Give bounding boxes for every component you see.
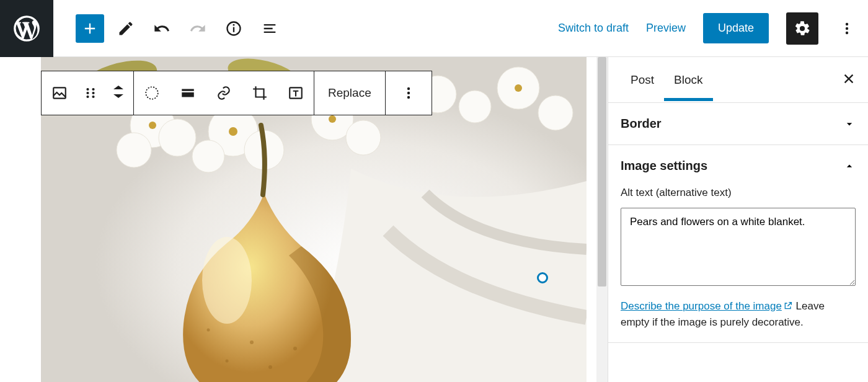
chevron-down-icon [113, 94, 123, 100]
info-icon [225, 20, 242, 37]
alt-text-label: Alt text (alternative text) [621, 187, 856, 199]
options-button[interactable] [836, 14, 858, 43]
svg-point-25 [515, 84, 522, 92]
settings-sidebar: Post Block Border Image settings Alt tex… [608, 57, 868, 382]
svg-point-5 [846, 31, 848, 33]
list-view-icon [261, 20, 278, 37]
replace-button[interactable]: Replace [314, 71, 385, 115]
svg-point-26 [202, 237, 252, 324]
svg-point-27 [250, 340, 254, 344]
tab-post[interactable]: Post [621, 60, 664, 100]
drag-handle[interactable] [78, 71, 104, 115]
svg-point-34 [92, 88, 94, 91]
svg-point-33 [86, 88, 89, 91]
svg-point-39 [146, 87, 158, 99]
editor-top-bar: Switch to draft Preview Update [0, 0, 868, 57]
list-view-button[interactable] [255, 14, 284, 43]
link-icon [216, 85, 232, 101]
link-button[interactable] [206, 71, 242, 115]
gear-icon [794, 20, 811, 37]
svg-point-21 [538, 96, 573, 130]
alt-text-input[interactable] [621, 208, 856, 286]
image-resize-handle[interactable] [537, 272, 548, 283]
settings-button[interactable] [786, 12, 818, 45]
tab-block[interactable]: Block [664, 60, 712, 100]
svg-point-44 [407, 92, 410, 94]
svg-point-31 [207, 329, 210, 332]
undo-icon [153, 20, 170, 37]
svg-point-22 [149, 122, 156, 129]
redo-icon [189, 20, 206, 37]
chevron-up-icon [843, 160, 856, 172]
publish-tools: Switch to draft Preview Update [558, 12, 868, 45]
align-wide-icon [180, 85, 196, 101]
close-sidebar-button[interactable] [842, 72, 856, 86]
undo-button[interactable] [148, 14, 176, 43]
sidebar-tabs: Post Block [608, 57, 868, 103]
svg-rect-41 [182, 92, 194, 97]
block-more-options-button[interactable] [386, 71, 432, 115]
wordpress-logo[interactable] [0, 0, 53, 57]
panel-image-settings: Image settings Alt text (alternative tex… [608, 145, 868, 343]
align-button[interactable] [134, 71, 170, 115]
svg-point-29 [226, 360, 229, 363]
document-tools [53, 14, 284, 43]
block-mover[interactable] [104, 71, 133, 115]
panel-image-settings-toggle[interactable]: Image settings [608, 145, 868, 187]
text-overlay-button[interactable] [278, 71, 314, 115]
close-icon [842, 72, 856, 86]
panel-image-settings-body: Alt text (alternative text) Describe the… [608, 187, 868, 342]
pencil-icon [117, 20, 135, 37]
svg-rect-40 [182, 89, 194, 91]
wide-width-button[interactable] [170, 71, 206, 115]
svg-point-30 [293, 347, 297, 350]
switch-to-draft-button[interactable]: Switch to draft [558, 22, 629, 35]
alt-text-help: Describe the purpose of the image Leave … [621, 298, 856, 330]
details-button[interactable] [219, 14, 248, 43]
update-button[interactable]: Update [703, 13, 769, 43]
svg-point-19 [459, 91, 491, 123]
svg-point-17 [346, 120, 381, 155]
chevron-up-icon [113, 86, 123, 92]
crop-icon [252, 85, 268, 101]
crop-button[interactable] [242, 71, 278, 115]
svg-point-4 [846, 27, 848, 29]
add-block-button[interactable] [76, 14, 104, 43]
panel-image-settings-title: Image settings [621, 159, 707, 173]
plus-icon [81, 20, 99, 37]
svg-point-15 [192, 140, 224, 172]
svg-point-37 [86, 96, 89, 98]
svg-point-35 [86, 92, 89, 94]
svg-point-11 [159, 119, 196, 156]
svg-point-2 [233, 24, 235, 25]
svg-point-23 [229, 127, 237, 136]
svg-point-36 [92, 92, 94, 94]
chevron-down-icon [843, 118, 856, 130]
external-link-icon [783, 301, 793, 311]
panel-border: Border [608, 103, 868, 145]
canvas-scrollbar-track[interactable] [596, 57, 608, 382]
image-icon [51, 85, 68, 101]
editor-canvas-region: Replace [0, 57, 608, 382]
svg-point-12 [117, 133, 151, 167]
canvas-scrollbar-thumb[interactable] [598, 57, 606, 286]
svg-point-24 [329, 115, 336, 123]
text-over-image-icon [288, 85, 304, 101]
svg-point-28 [268, 365, 272, 369]
svg-point-38 [92, 96, 94, 98]
preview-button[interactable]: Preview [646, 22, 686, 35]
align-none-icon [144, 85, 160, 101]
panel-border-toggle[interactable]: Border [608, 103, 868, 144]
redo-button [184, 14, 212, 43]
block-type-button[interactable] [42, 71, 78, 115]
svg-point-3 [846, 22, 848, 25]
panel-border-title: Border [621, 117, 662, 131]
drag-icon [85, 87, 96, 99]
edit-mode-button[interactable] [112, 14, 140, 43]
more-vertical-icon [845, 21, 849, 36]
block-toolbar: Replace [41, 71, 432, 115]
alt-text-help-link[interactable]: Describe the purpose of the image [621, 300, 793, 312]
wordpress-icon [11, 13, 42, 44]
svg-point-45 [407, 96, 410, 99]
more-vertical-icon [407, 86, 410, 100]
